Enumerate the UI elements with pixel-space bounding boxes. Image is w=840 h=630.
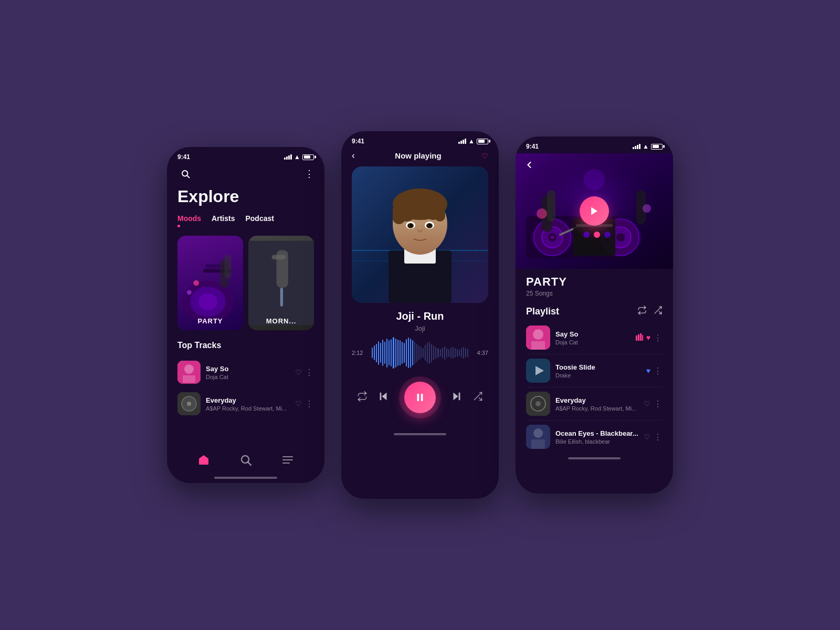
- tabs-row: Moods Artists Podcast: [177, 214, 314, 227]
- battery-icon-3: [651, 144, 663, 150]
- svg-rect-47: [421, 394, 423, 402]
- tab-podcast[interactable]: Podcast: [245, 214, 274, 227]
- svg-rect-94: [531, 439, 545, 449]
- prev-button[interactable]: [377, 391, 389, 405]
- more-btn-sayso[interactable]: ⋮: [305, 368, 314, 377]
- now-playing-title: Now playing: [395, 151, 441, 160]
- svg-point-65: [616, 233, 625, 242]
- shuffle-button[interactable]: [472, 391, 483, 404]
- status-bar-1: 9:41 ▲: [167, 147, 324, 164]
- nav-queue[interactable]: [281, 454, 294, 468]
- track-name-sayso: Say So: [206, 365, 290, 373]
- nav-search[interactable]: [239, 454, 252, 468]
- svg-point-20: [187, 402, 191, 406]
- svg-marker-44: [382, 392, 386, 400]
- album-art-inner: [352, 166, 488, 303]
- play-overlay-button[interactable]: [580, 196, 609, 226]
- svg-point-74: [537, 208, 547, 219]
- pause-button[interactable]: [404, 382, 436, 413]
- back-button-3[interactable]: [524, 160, 534, 172]
- pl-name-sayso: Say So: [555, 330, 631, 338]
- pl-actions-sayso: ♥ ⋮: [636, 333, 663, 343]
- tab-artists[interactable]: Artists: [212, 214, 235, 227]
- pl-info-sayso: Say So Doja Cat: [555, 330, 631, 345]
- track-item-sayso: Say So Doja Cat ♡ ⋮: [177, 356, 314, 388]
- playlist-items: Say So Doja Cat ♥ ⋮: [516, 321, 673, 453]
- svg-rect-49: [459, 392, 460, 400]
- svg-rect-8: [224, 255, 231, 278]
- like-btn-pl-everyday[interactable]: ♡: [644, 400, 650, 408]
- repeat-icon-playlist[interactable]: [637, 306, 647, 317]
- playing-bars-icon: [636, 333, 643, 342]
- svg-rect-86: [642, 335, 643, 341]
- svg-point-93: [533, 428, 543, 438]
- status-icons-2: ▲: [458, 138, 488, 145]
- track-thumb-sayso: [177, 361, 201, 384]
- home-indicator-2: [394, 433, 446, 435]
- more-btn-everyday[interactable]: ⋮: [305, 399, 314, 409]
- pl-info-everyday: Everyday A$AP Rocky, Rod Stewart, Mi...: [555, 396, 638, 412]
- like-btn-pl-sayso[interactable]: ♥: [646, 333, 650, 342]
- pl-artist-sayso: Doja Cat: [555, 339, 631, 345]
- like-btn-sayso[interactable]: ♡: [295, 368, 302, 376]
- playlist-header-icons: [637, 306, 663, 317]
- playlist-item-toosie[interactable]: Toosie Slide Drake ♥ ⋮: [526, 354, 663, 387]
- more-icon[interactable]: ⋮: [304, 168, 314, 180]
- pl-thumb-everyday: [526, 392, 550, 416]
- back-button[interactable]: ‹: [352, 150, 355, 161]
- playlist-item-ocean[interactable]: Ocean Eyes - Blackbear... Bilie Eilish, …: [526, 421, 663, 453]
- search-icon[interactable]: [177, 166, 193, 182]
- tab-moods[interactable]: Moods: [177, 214, 201, 227]
- next-button[interactable]: [451, 391, 463, 405]
- more-btn-pl-everyday[interactable]: ⋮: [654, 399, 663, 409]
- pl-artist-toosie: Drake: [555, 372, 641, 379]
- like-btn-pl-ocean[interactable]: ♡: [644, 433, 650, 441]
- more-btn-pl-sayso[interactable]: ⋮: [654, 333, 663, 343]
- song-info: Joji - Run Joji: [341, 303, 499, 332]
- pl-name-toosie: Toosie Slide: [555, 363, 641, 371]
- wifi-icon-2: ▲: [468, 138, 475, 145]
- play-glow: [399, 376, 441, 418]
- svg-marker-48: [454, 392, 458, 400]
- like-btn-everyday[interactable]: ♡: [295, 400, 302, 408]
- phone-playlist: 9:41 ▲: [516, 136, 673, 494]
- favorite-button[interactable]: ♡: [481, 152, 488, 160]
- svg-line-1: [187, 175, 189, 177]
- pl-artist-everyday: A$AP Rocky, Rod Stewart, Mi...: [555, 405, 638, 412]
- time-3: 9:41: [526, 143, 539, 150]
- pl-artist-ocean: Bilie Eilish, blackbear: [555, 438, 638, 445]
- song-artist-subtitle: Joji: [352, 324, 488, 332]
- home-indicator-3: [568, 457, 621, 459]
- shuffle-icon-playlist[interactable]: [653, 306, 663, 317]
- repeat-button[interactable]: [357, 391, 368, 404]
- cards-row: PARTY MORN...: [177, 236, 314, 330]
- svg-rect-37: [435, 203, 445, 222]
- svg-marker-77: [591, 207, 597, 215]
- nav-home[interactable]: [197, 454, 210, 468]
- svg-point-42: [410, 224, 412, 226]
- card-party[interactable]: PARTY: [177, 236, 243, 330]
- svg-rect-45: [380, 392, 381, 400]
- card-morning[interactable]: MORN...: [248, 236, 314, 330]
- svg-rect-83: [636, 335, 637, 341]
- playlist-item-sayso[interactable]: Say So Doja Cat ♥ ⋮: [526, 321, 663, 354]
- more-btn-pl-toosie[interactable]: ⋮: [654, 366, 663, 376]
- more-btn-pl-ocean[interactable]: ⋮: [654, 432, 663, 442]
- like-btn-pl-toosie[interactable]: ♥: [646, 366, 650, 375]
- status-icons-3: ▲: [633, 143, 663, 150]
- track-actions-sayso: ♡ ⋮: [295, 368, 314, 377]
- playlist-header-image: [516, 153, 673, 269]
- explore-title: Explore: [177, 187, 314, 206]
- svg-point-43: [429, 224, 431, 226]
- playlist-item-everyday[interactable]: Everyday A$AP Rocky, Rod Stewart, Mi... …: [526, 387, 663, 421]
- now-playing-header: ‹ Now playing ♡: [341, 148, 499, 166]
- svg-rect-36: [393, 203, 405, 224]
- svg-rect-84: [638, 334, 639, 341]
- battery-icon-1: [302, 154, 314, 160]
- time-current: 2:12: [352, 350, 368, 356]
- waveform[interactable]: [372, 340, 468, 366]
- song-title: Joji - Run: [352, 310, 488, 322]
- svg-rect-13: [272, 255, 286, 259]
- card-morning-label: MORN...: [248, 317, 314, 325]
- svg-rect-46: [417, 394, 419, 402]
